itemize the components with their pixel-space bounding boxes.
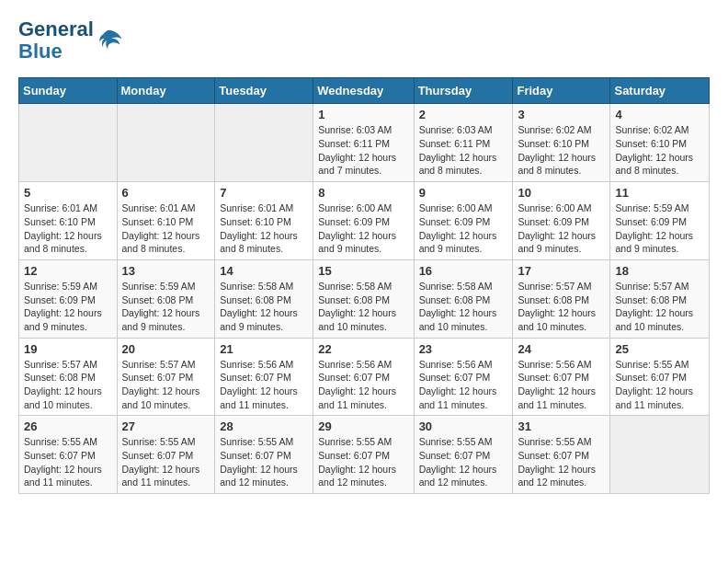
day-number: 12: [24, 264, 112, 278]
page-header: GeneralBlue: [18, 18, 710, 63]
day-number: 15: [318, 264, 408, 278]
day-info: Sunrise: 5:57 AM Sunset: 6:08 PM Dayligh…: [518, 280, 605, 334]
calendar-cell: 12Sunrise: 5:59 AM Sunset: 6:09 PM Dayli…: [19, 259, 118, 338]
calendar-cell: 29Sunrise: 5:55 AM Sunset: 6:07 PM Dayli…: [313, 416, 414, 494]
calendar-cell: 5Sunrise: 6:01 AM Sunset: 6:10 PM Daylig…: [19, 182, 118, 260]
day-info: Sunrise: 5:55 AM Sunset: 6:07 PM Dayligh…: [24, 435, 112, 489]
calendar-cell: 2Sunrise: 6:03 AM Sunset: 6:11 PM Daylig…: [414, 104, 513, 182]
day-info: Sunrise: 6:01 AM Sunset: 6:10 PM Dayligh…: [24, 201, 112, 256]
calendar-cell: 19Sunrise: 5:57 AM Sunset: 6:08 PM Dayli…: [19, 338, 118, 416]
calendar-cell: 17Sunrise: 5:57 AM Sunset: 6:08 PM Dayli…: [513, 259, 610, 338]
day-number: 14: [220, 264, 308, 278]
calendar-cell: 25Sunrise: 5:55 AM Sunset: 6:07 PM Dayli…: [610, 338, 710, 416]
day-number: 13: [122, 264, 210, 278]
day-info: Sunrise: 6:02 AM Sunset: 6:10 PM Dayligh…: [518, 123, 605, 178]
day-number: 23: [419, 342, 508, 356]
calendar-cell: 7Sunrise: 6:01 AM Sunset: 6:10 PM Daylig…: [215, 182, 313, 260]
calendar-week-row: 12Sunrise: 5:59 AM Sunset: 6:09 PM Dayli…: [19, 259, 710, 338]
day-info: Sunrise: 6:00 AM Sunset: 6:09 PM Dayligh…: [318, 201, 408, 256]
day-info: Sunrise: 5:55 AM Sunset: 6:07 PM Dayligh…: [318, 435, 408, 489]
day-number: 9: [419, 186, 508, 200]
day-info: Sunrise: 5:59 AM Sunset: 6:09 PM Dayligh…: [615, 201, 704, 256]
calendar-cell: 4Sunrise: 6:02 AM Sunset: 6:10 PM Daylig…: [610, 104, 710, 182]
day-info: Sunrise: 6:01 AM Sunset: 6:10 PM Dayligh…: [122, 201, 210, 256]
day-info: Sunrise: 6:01 AM Sunset: 6:10 PM Dayligh…: [220, 201, 308, 256]
day-number: 28: [220, 419, 308, 433]
day-number: 27: [122, 419, 210, 433]
day-number: 8: [318, 186, 408, 200]
weekday-header-monday: Monday: [117, 78, 215, 104]
calendar-cell: 15Sunrise: 5:58 AM Sunset: 6:08 PM Dayli…: [313, 259, 414, 338]
day-info: Sunrise: 5:55 AM Sunset: 6:07 PM Dayligh…: [615, 358, 704, 412]
calendar-cell: 8Sunrise: 6:00 AM Sunset: 6:09 PM Daylig…: [313, 182, 414, 260]
calendar-cell: 10Sunrise: 6:00 AM Sunset: 6:09 PM Dayli…: [513, 182, 610, 260]
calendar-cell: 18Sunrise: 5:57 AM Sunset: 6:08 PM Dayli…: [610, 259, 710, 338]
day-number: 4: [615, 108, 704, 121]
weekday-header-tuesday: Tuesday: [215, 78, 313, 104]
logo: GeneralBlue: [18, 18, 123, 63]
calendar-cell: 14Sunrise: 5:58 AM Sunset: 6:08 PM Dayli…: [215, 259, 313, 338]
day-number: 11: [615, 186, 704, 200]
calendar-cell: 6Sunrise: 6:01 AM Sunset: 6:10 PM Daylig…: [117, 182, 215, 260]
day-info: Sunrise: 5:58 AM Sunset: 6:08 PM Dayligh…: [318, 280, 408, 334]
calendar-cell: 1Sunrise: 6:03 AM Sunset: 6:11 PM Daylig…: [313, 104, 414, 182]
day-number: 25: [615, 342, 704, 356]
calendar-cell: 31Sunrise: 5:55 AM Sunset: 6:07 PM Dayli…: [513, 416, 610, 494]
day-info: Sunrise: 5:57 AM Sunset: 6:07 PM Dayligh…: [122, 358, 210, 412]
calendar-cell: [117, 104, 215, 182]
calendar-week-row: 1Sunrise: 6:03 AM Sunset: 6:11 PM Daylig…: [19, 104, 710, 182]
day-info: Sunrise: 6:00 AM Sunset: 6:09 PM Dayligh…: [518, 201, 605, 256]
day-number: 18: [615, 264, 704, 278]
weekday-header-thursday: Thursday: [414, 78, 513, 104]
weekday-header-sunday: Sunday: [19, 78, 118, 104]
day-number: 10: [518, 186, 605, 200]
weekday-header-row: SundayMondayTuesdayWednesdayThursdayFrid…: [19, 78, 710, 104]
day-number: 17: [518, 264, 605, 278]
calendar-cell: [215, 104, 313, 182]
day-info: Sunrise: 5:55 AM Sunset: 6:07 PM Dayligh…: [419, 435, 508, 489]
day-number: 5: [24, 186, 112, 200]
day-number: 1: [318, 108, 408, 121]
day-number: 29: [318, 419, 408, 433]
calendar-cell: 9Sunrise: 6:00 AM Sunset: 6:09 PM Daylig…: [414, 182, 513, 260]
calendar-cell: 24Sunrise: 5:56 AM Sunset: 6:07 PM Dayli…: [513, 338, 610, 416]
logo-bird-icon: [96, 27, 123, 54]
calendar-cell: 20Sunrise: 5:57 AM Sunset: 6:07 PM Dayli…: [117, 338, 215, 416]
calendar-cell: 22Sunrise: 5:56 AM Sunset: 6:07 PM Dayli…: [313, 338, 414, 416]
day-number: 26: [24, 419, 112, 433]
day-info: Sunrise: 5:56 AM Sunset: 6:07 PM Dayligh…: [220, 358, 308, 412]
logo-text: GeneralBlue: [18, 18, 94, 63]
calendar-cell: [19, 104, 118, 182]
day-info: Sunrise: 5:55 AM Sunset: 6:07 PM Dayligh…: [220, 435, 308, 489]
weekday-header-saturday: Saturday: [610, 78, 710, 104]
day-number: 31: [518, 419, 605, 433]
calendar-cell: 28Sunrise: 5:55 AM Sunset: 6:07 PM Dayli…: [215, 416, 313, 494]
day-number: 19: [24, 342, 112, 356]
day-info: Sunrise: 5:55 AM Sunset: 6:07 PM Dayligh…: [518, 435, 605, 489]
weekday-header-friday: Friday: [513, 78, 610, 104]
calendar-week-row: 5Sunrise: 6:01 AM Sunset: 6:10 PM Daylig…: [19, 182, 710, 260]
day-info: Sunrise: 5:58 AM Sunset: 6:08 PM Dayligh…: [220, 280, 308, 334]
day-info: Sunrise: 5:58 AM Sunset: 6:08 PM Dayligh…: [419, 280, 508, 334]
day-number: 30: [419, 419, 508, 433]
day-number: 24: [518, 342, 605, 356]
day-info: Sunrise: 6:00 AM Sunset: 6:09 PM Dayligh…: [419, 201, 508, 256]
calendar-cell: 3Sunrise: 6:02 AM Sunset: 6:10 PM Daylig…: [513, 104, 610, 182]
calendar-cell: 26Sunrise: 5:55 AM Sunset: 6:07 PM Dayli…: [19, 416, 118, 494]
day-number: 22: [318, 342, 408, 356]
calendar-week-row: 19Sunrise: 5:57 AM Sunset: 6:08 PM Dayli…: [19, 338, 710, 416]
day-number: 2: [419, 108, 508, 121]
day-number: 7: [220, 186, 308, 200]
calendar-week-row: 26Sunrise: 5:55 AM Sunset: 6:07 PM Dayli…: [19, 416, 710, 494]
day-info: Sunrise: 5:56 AM Sunset: 6:07 PM Dayligh…: [419, 358, 508, 412]
day-info: Sunrise: 5:56 AM Sunset: 6:07 PM Dayligh…: [318, 358, 408, 412]
weekday-header-wednesday: Wednesday: [313, 78, 414, 104]
day-info: Sunrise: 6:03 AM Sunset: 6:11 PM Dayligh…: [318, 123, 408, 178]
day-number: 3: [518, 108, 605, 121]
day-number: 16: [419, 264, 508, 278]
day-info: Sunrise: 5:57 AM Sunset: 6:08 PM Dayligh…: [615, 280, 704, 334]
day-number: 21: [220, 342, 308, 356]
day-info: Sunrise: 5:55 AM Sunset: 6:07 PM Dayligh…: [122, 435, 210, 489]
day-info: Sunrise: 5:59 AM Sunset: 6:09 PM Dayligh…: [24, 280, 112, 334]
calendar-table: SundayMondayTuesdayWednesdayThursdayFrid…: [18, 77, 710, 494]
